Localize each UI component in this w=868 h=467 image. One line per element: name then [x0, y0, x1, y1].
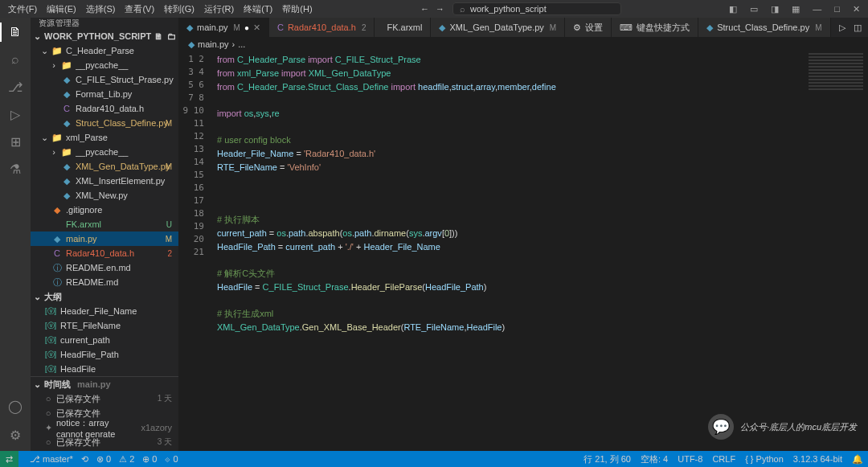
- editor-group: ◆main.pyM●✕CRadar410_data.h2FK.arxml◆XML…: [178, 18, 868, 451]
- folder-root-header[interactable]: ⌄ WORK_PYTHON_SCRIPT 🗎 🗀 ⟲ ⊟: [31, 29, 178, 43]
- menu-item[interactable]: 终端(T): [239, 2, 277, 17]
- file-tree-item[interactable]: ⓘREADME.md: [31, 275, 178, 289]
- explorer-title: 资源管理器: [31, 18, 178, 29]
- file-tree-item[interactable]: ◆XML_Gen_DataType.pyM: [31, 159, 178, 174]
- menubar: 文件(F)编辑(E)选择(S)查看(V)转到(G)运行(R)终端(T)帮助(H)…: [0, 0, 868, 18]
- python-interpreter[interactable]: 3.12.3 64-bit: [793, 453, 842, 465]
- editor-tab[interactable]: ⚙设置: [565, 18, 612, 37]
- file-tree-item[interactable]: ◆Struct_Class_Define.pyM: [31, 116, 178, 130]
- file-tree-item[interactable]: ⌄📁xml_Parse: [31, 130, 178, 145]
- menu-item[interactable]: 文件(F): [3, 2, 42, 17]
- outline-symbol[interactable]: [ⓥ]RTE_FileName: [31, 318, 178, 333]
- timeline-item[interactable]: ○已保存文件3 天: [31, 435, 178, 449]
- language-mode[interactable]: { } Python: [745, 453, 784, 465]
- remote-indicator[interactable]: ⇄: [0, 451, 18, 467]
- problems-errors[interactable]: ⊗ 0: [96, 454, 111, 465]
- editor-tab[interactable]: CRadar410_data.h2: [269, 18, 375, 37]
- explorer-icon[interactable]: 🗎: [6, 23, 25, 42]
- activity-bar: 🗎 ⌕ ⎇ ▷ ⊞ ⚗ ◯ ⚙: [0, 18, 31, 451]
- outline-header[interactable]: ⌄大纲: [31, 289, 178, 304]
- layout-panel-bottom-icon[interactable]: ▭: [745, 2, 763, 17]
- timeline-item[interactable]: ○已保存文件1 天: [31, 391, 178, 406]
- notifications-bell-icon[interactable]: 🔔: [852, 453, 863, 465]
- breadcrumb[interactable]: ◆ main.py › ...: [178, 37, 868, 51]
- run-debug-icon[interactable]: ▷: [6, 104, 25, 124]
- layout-panel-left-icon[interactable]: ◧: [724, 2, 742, 17]
- editor-tab[interactable]: ⌨键盘快捷方式: [612, 18, 698, 37]
- cursor-position[interactable]: 行 21, 列 60: [583, 453, 631, 465]
- file-tree-item[interactable]: CRadar410_data.h2: [31, 246, 178, 260]
- problems-warnings[interactable]: ⚠ 2: [119, 454, 134, 465]
- outline-symbol[interactable]: [ⓥ]current_path: [31, 333, 178, 347]
- timeline-item[interactable]: ✦notice：array cannot genratex1azory: [31, 420, 178, 435]
- ports[interactable]: ⊕ 0: [142, 454, 157, 465]
- outline-symbol[interactable]: [ⓥ]Header_File_Name: [31, 304, 178, 318]
- file-tree-item[interactable]: ◆XML_InsertElement.py: [31, 174, 178, 188]
- file-tree-item[interactable]: ◆main.pyM: [31, 231, 178, 246]
- file-tree-item[interactable]: ◆XML_New.py: [31, 188, 178, 203]
- new-file-icon[interactable]: 🗎: [154, 31, 163, 42]
- menu-item[interactable]: 转到(G): [159, 2, 199, 17]
- search-icon[interactable]: ⌕: [6, 50, 25, 69]
- source-control-icon[interactable]: ⎇: [6, 77, 25, 96]
- git-sync[interactable]: ⟲: [81, 454, 88, 465]
- indentation[interactable]: 空格: 4: [641, 453, 668, 465]
- extensions-icon[interactable]: ⊞: [6, 132, 25, 151]
- command-center[interactable]: ⌕ work_python_script: [452, 2, 621, 15]
- eol[interactable]: CRLF: [712, 453, 735, 465]
- status-bar: ⇄ ⎇ master* ⟲ ⊗ 0 ⚠ 2 ⊕ 0 ⟐ 0 行 21, 列 60…: [0, 451, 868, 467]
- minimap[interactable]: [804, 51, 868, 212]
- close-tab-icon[interactable]: ✕: [253, 23, 260, 33]
- file-tree-item[interactable]: CRadar410_data.h: [31, 101, 178, 116]
- window-minimize-icon[interactable]: —: [808, 2, 826, 17]
- editor-tab[interactable]: ◆XML_Gen_DataType.pyM: [431, 18, 565, 37]
- outline-symbol[interactable]: [ⓥ]HeadFile_Path: [31, 347, 178, 362]
- run-file-icon[interactable]: ▷: [839, 23, 845, 33]
- breadcrumb-file-icon: ◆: [188, 39, 194, 50]
- watermark: 💬 公众号·底层人的mcu底层开发: [708, 414, 857, 440]
- file-tree-item[interactable]: ›📁__pycache__: [31, 145, 178, 159]
- menu-item[interactable]: 运行(R): [199, 2, 239, 17]
- wechat-icon: 💬: [708, 414, 734, 440]
- radio[interactable]: ⟐ 0: [165, 454, 178, 464]
- timeline-header[interactable]: ⌄时间线 main.py: [31, 377, 178, 391]
- file-tree-item[interactable]: ◆.gitignore: [31, 203, 178, 217]
- settings-gear-icon[interactable]: ⚙: [6, 425, 25, 444]
- testing-icon[interactable]: ⚗: [6, 159, 25, 178]
- editor-tab[interactable]: ◆main.pyM●✕: [178, 18, 269, 37]
- window-maximize-icon[interactable]: □: [829, 2, 845, 17]
- editor-tab[interactable]: FK.arxml: [375, 18, 431, 37]
- menu-item[interactable]: 选择(S): [81, 2, 121, 17]
- split-editor-icon[interactable]: ◫: [854, 23, 862, 33]
- window-close-icon[interactable]: ✕: [848, 2, 865, 17]
- file-tree-item[interactable]: ⌄📁C_Header_Parse: [31, 43, 178, 58]
- editor-tab[interactable]: ◆Struct_Class_Define.pyM: [698, 18, 830, 37]
- git-branch[interactable]: ⎇ master*: [30, 454, 73, 465]
- file-tree-item[interactable]: FK.arxmlU: [31, 217, 178, 231]
- search-text: work_python_script: [470, 4, 547, 14]
- encoding[interactable]: UTF-8: [678, 453, 702, 465]
- menu-item[interactable]: 帮助(H): [277, 2, 317, 17]
- menu-item[interactable]: 编辑(E): [42, 2, 81, 17]
- file-tree-item[interactable]: ⓘREADME.en.md: [31, 260, 178, 275]
- editor-tabs: ◆main.pyM●✕CRadar410_data.h2FK.arxml◆XML…: [178, 18, 868, 37]
- menu-item[interactable]: 查看(V): [120, 2, 159, 17]
- file-tree-item[interactable]: ◆C_FILE_Struct_Prase.py: [31, 72, 178, 87]
- search-icon: ⌕: [460, 4, 465, 14]
- explorer-sidebar: 资源管理器 ⌄ WORK_PYTHON_SCRIPT 🗎 🗀 ⟲ ⊟ ⌄📁C_H…: [31, 18, 178, 451]
- outline-symbol[interactable]: [ⓥ]HeadFile: [31, 362, 178, 376]
- new-folder-icon[interactable]: 🗀: [167, 31, 176, 42]
- nav-back-icon[interactable]: ←: [420, 4, 429, 14]
- file-tree-item[interactable]: ◆Format_Lib.py: [31, 87, 178, 101]
- layout-panel-right-icon[interactable]: ◨: [766, 2, 784, 17]
- file-tree-item[interactable]: ›📁__pycache__: [31, 58, 178, 72]
- nav-forward-icon[interactable]: →: [436, 4, 444, 14]
- accounts-icon[interactable]: ◯: [6, 396, 25, 416]
- code-editor[interactable]: 1 2 3 4 5 6 7 8 9 10 11 12 13 14 15 16 1…: [178, 51, 868, 451]
- layout-customize-icon[interactable]: ▦: [787, 2, 805, 17]
